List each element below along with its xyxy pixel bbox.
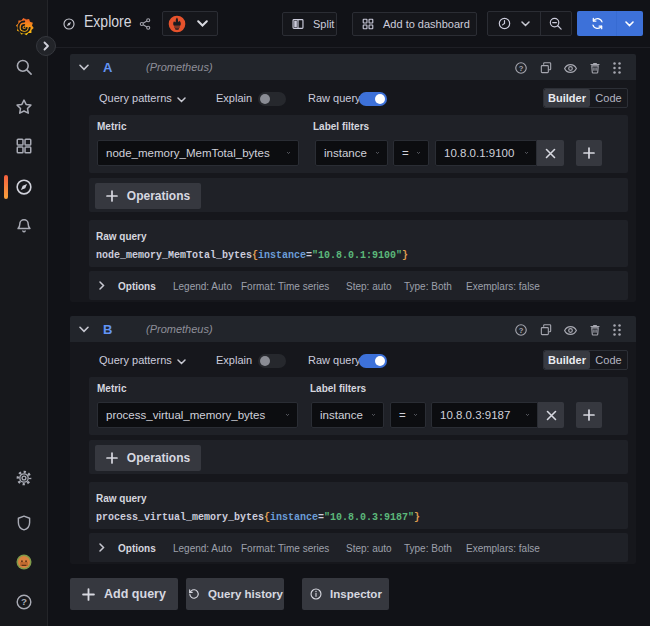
svg-text:?: ? — [20, 596, 26, 607]
svg-text:?: ? — [519, 63, 524, 72]
svg-text:?: ? — [519, 325, 524, 334]
